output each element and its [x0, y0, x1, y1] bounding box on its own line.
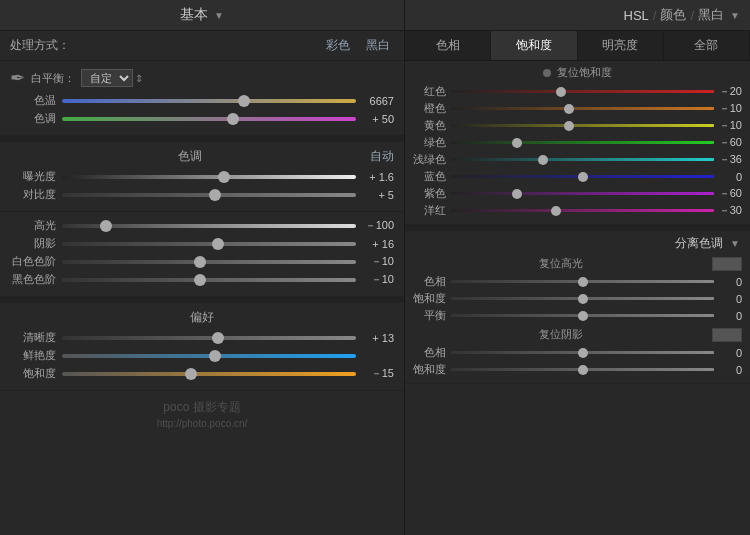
clarity-thumb[interactable]	[212, 332, 224, 344]
hsl-blue-label: 蓝色	[413, 169, 451, 184]
left-panel-dropdown-icon[interactable]: ▼	[214, 10, 224, 21]
vibrance-slider[interactable]	[62, 349, 356, 363]
black-slider[interactable]	[62, 273, 356, 287]
hsl-orange-slider[interactable]	[451, 103, 714, 115]
hsl-blue-row: 蓝色 0	[413, 169, 742, 184]
pref-label: 偏好	[190, 310, 214, 324]
sh-sat-value: 0	[714, 364, 742, 376]
sep-2: /	[690, 8, 694, 23]
saturation-thumb[interactable]	[185, 368, 197, 380]
hl-hue-slider[interactable]	[451, 276, 714, 288]
sh-hue-row: 色相 0	[413, 345, 742, 360]
hl-sat-track	[451, 297, 714, 300]
processing-row: 处理方式： 彩色 黑白	[0, 31, 404, 61]
hsl-label[interactable]: HSL	[624, 8, 649, 23]
clarity-track	[62, 336, 356, 340]
hl-sat-thumb[interactable]	[578, 294, 588, 304]
saturation-slider[interactable]	[62, 367, 356, 381]
hsl-red-track	[451, 90, 714, 93]
hsl-magenta-value: －30	[714, 203, 742, 218]
tab-all[interactable]: 全部	[664, 31, 750, 60]
saturation-track	[62, 372, 356, 376]
hsl-aqua-slider[interactable]	[451, 154, 714, 166]
hsl-orange-track	[451, 107, 714, 110]
bw-mode-button[interactable]: 黑白	[362, 36, 394, 55]
right-dropdown-icon[interactable]: ▼	[730, 10, 740, 21]
white-slider[interactable]	[62, 255, 356, 269]
hl-hue-track	[451, 280, 714, 283]
hl-sat-slider[interactable]	[451, 293, 714, 305]
hl-hue-label: 色相	[413, 274, 451, 289]
hsl-orange-thumb[interactable]	[564, 104, 574, 114]
tint-thumb[interactable]	[227, 113, 239, 125]
wb-arrows[interactable]: ⇕	[135, 73, 143, 84]
balance-slider[interactable]	[451, 310, 714, 322]
reset-shadow-label: 复位阴影	[413, 327, 708, 342]
bw-label[interactable]: 黑白	[698, 6, 724, 24]
highlight-color-swatch[interactable]	[712, 257, 742, 271]
tab-luminance[interactable]: 明亮度	[578, 31, 664, 60]
white-thumb[interactable]	[194, 256, 206, 268]
hsl-magenta-thumb[interactable]	[551, 206, 561, 216]
sh-sat-thumb[interactable]	[578, 365, 588, 375]
hsl-green-thumb[interactable]	[512, 138, 522, 148]
hsl-purple-track	[451, 192, 714, 195]
hsl-yellow-thumb[interactable]	[564, 121, 574, 131]
white-slider-row: 白色色阶 －10	[10, 254, 394, 269]
tint-slider[interactable]	[62, 112, 356, 126]
hsl-purple-row: 紫色 －60	[413, 186, 742, 201]
vibrance-slider-row: 鲜艳度	[10, 348, 394, 363]
sh-hue-thumb[interactable]	[578, 348, 588, 358]
wb-select[interactable]: 自定	[81, 69, 133, 87]
tab-saturation[interactable]: 饱和度	[491, 31, 577, 60]
balance-track	[451, 314, 714, 317]
color-label[interactable]: 颜色	[660, 6, 686, 24]
hsl-green-slider[interactable]	[451, 137, 714, 149]
temp-slider[interactable]	[62, 94, 356, 108]
tab-hue[interactable]: 色相	[405, 31, 491, 60]
shadow-thumb[interactable]	[212, 238, 224, 250]
contrast-thumb[interactable]	[209, 189, 221, 201]
hl-sat-value: 0	[714, 293, 742, 305]
hsl-red-thumb[interactable]	[556, 87, 566, 97]
processing-options: 彩色 黑白	[322, 36, 394, 55]
hsl-blue-slider[interactable]	[451, 171, 714, 183]
left-panel: 基本 ▼ 处理方式： 彩色 黑白 ✒ 白平衡： 自定 ⇕ 色温	[0, 0, 405, 535]
sh-hue-slider[interactable]	[451, 347, 714, 359]
contrast-value: + 5	[356, 189, 394, 201]
highlight-slider-row: 高光 －100	[10, 218, 394, 233]
black-thumb[interactable]	[194, 274, 206, 286]
eyedropper-icon[interactable]: ✒	[10, 67, 25, 89]
exposure-slider[interactable]	[62, 170, 356, 184]
hsl-red-slider[interactable]	[451, 86, 714, 98]
temp-thumb[interactable]	[238, 95, 250, 107]
hsl-aqua-thumb[interactable]	[538, 155, 548, 165]
hsl-green-value: －60	[714, 135, 742, 150]
watermark-section: poco 摄影专题 http://photo.poco.cn/	[0, 391, 404, 438]
hsl-blue-thumb[interactable]	[578, 172, 588, 182]
sh-sat-slider[interactable]	[451, 364, 714, 376]
clarity-slider[interactable]	[62, 331, 356, 345]
tint-track	[62, 117, 356, 121]
contrast-slider[interactable]	[62, 188, 356, 202]
hsl-magenta-slider[interactable]	[451, 205, 714, 217]
balance-thumb[interactable]	[578, 311, 588, 321]
shadow-track	[62, 242, 356, 246]
tone-auto-button[interactable]: 自动	[370, 148, 394, 165]
hsl-purple-thumb[interactable]	[512, 189, 522, 199]
hsl-yellow-row: 黄色 －10	[413, 118, 742, 133]
hsl-purple-slider[interactable]	[451, 188, 714, 200]
exposure-thumb[interactable]	[218, 171, 230, 183]
vibrance-thumb[interactable]	[209, 350, 221, 362]
saturation-slider-row: 饱和度 －15	[10, 366, 394, 381]
hsl-yellow-slider[interactable]	[451, 120, 714, 132]
shadow-slider[interactable]	[62, 237, 356, 251]
color-mode-button[interactable]: 彩色	[322, 36, 354, 55]
hl-hue-thumb[interactable]	[578, 277, 588, 287]
shadow-color-swatch[interactable]	[712, 328, 742, 342]
hsl-orange-row: 橙色 －10	[413, 101, 742, 116]
highlight-slider[interactable]	[62, 219, 356, 233]
highlight-thumb[interactable]	[100, 220, 112, 232]
tone-sep-dropdown[interactable]: ▼	[730, 238, 740, 249]
exposure-slider-row: 曝光度 + 1.6	[10, 169, 394, 184]
